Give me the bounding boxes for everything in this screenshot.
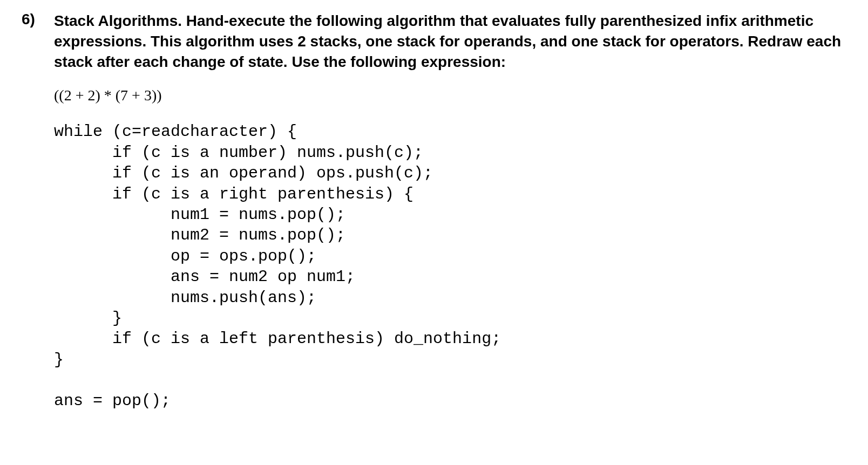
expression-text: ((2 + 2) * (7 + 3)): [54, 87, 846, 104]
question-number: 6): [22, 11, 43, 28]
question-text: Stack Algorithms. Hand-execute the follo…: [54, 11, 846, 72]
code-block: while (c=readcharacter) { if (c is a num…: [54, 121, 846, 411]
question-header: 6) Stack Algorithms. Hand-execute the fo…: [22, 11, 846, 72]
